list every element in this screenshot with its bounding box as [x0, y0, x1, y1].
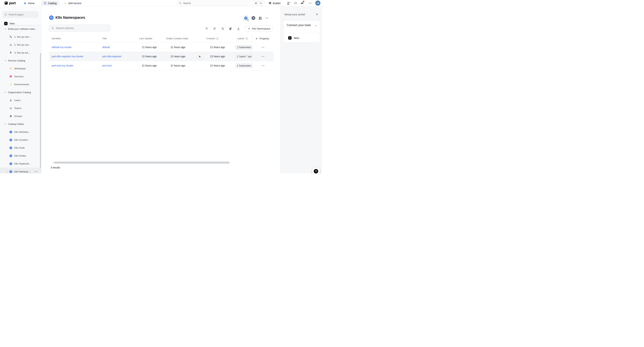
kubernetes-icon [9, 130, 12, 133]
group-by-button[interactable] [213, 27, 216, 30]
home-icon [24, 2, 26, 5]
sidebar-item-set-up-users[interactable]: 2. Set up use… [0, 41, 41, 49]
drag-handle-icon[interactable] [6, 170, 8, 173]
top-navigation-bar: port Home Catalog Self-service Search ⌘ … [0, 0, 322, 6]
sidebar-search-input[interactable]: Search pages [2, 11, 38, 18]
sidebar-item-k8s-clusters[interactable]: K8s Clusters [0, 136, 41, 144]
row-actions-cell [252, 61, 274, 70]
search-columns-input[interactable]: Search columns [49, 25, 110, 32]
results-count: 3 results [50, 166, 60, 169]
sidebar-item-k8s-namespaces[interactable]: K8s Namesp… [0, 168, 41, 174]
column-header-identifier[interactable]: Identifier [52, 35, 61, 43]
nav-tab-catalog[interactable]: Catalog [41, 1, 59, 6]
horizontal-scrollbar[interactable] [54, 162, 230, 164]
entities-table: Identifier Title Last Update Entity Crea… [49, 35, 274, 70]
sidebar-section-catalog-tables[interactable]: Catalog Tables [0, 120, 41, 128]
row-actions-button[interactable] [262, 64, 264, 67]
announcements-button[interactable] [300, 2, 304, 5]
sidebar-item-environments[interactable]: Environments [0, 80, 41, 88]
add-property-button[interactable]: Property [252, 35, 274, 43]
export-button[interactable] [237, 27, 240, 30]
audience-button[interactable] [258, 16, 262, 20]
sidebar-item-k8s-replicasets[interactable]: K8s ReplicaS… [0, 160, 41, 168]
row-actions-button[interactable] [262, 55, 264, 58]
identifier-link[interactable]: port-k8s-exporter-my-cluster [52, 52, 84, 61]
tasks-checklist-button[interactable] [294, 2, 297, 5]
plus-icon [248, 27, 250, 30]
column-header-entity-creation-date[interactable]: Entity Creation Date [166, 35, 188, 43]
sidebar-item-k8s-workloads[interactable]: K8s Workloa… [0, 128, 41, 136]
builder-button[interactable]: Builder [268, 0, 281, 6]
table-row: port-k8s-exporter-my-cluster port-k8s-ex… [49, 52, 274, 61]
people-icon [9, 43, 12, 46]
people-icon [9, 107, 12, 110]
house-icon [9, 115, 12, 118]
labels-pill: { "kubernetes [236, 45, 252, 50]
panel-new-button[interactable]: New [284, 33, 320, 43]
blueprint-k8s-button[interactable] [243, 15, 248, 21]
global-search-input[interactable]: Search ⌘ K [177, 1, 265, 6]
play-button[interactable] [251, 16, 256, 20]
port-logo[interactable]: port [4, 1, 16, 5]
labels-cell: { "kubernetes [236, 61, 252, 70]
identifier-link[interactable]: port-test-my-cluster [52, 61, 74, 70]
column-header-title[interactable]: Title [102, 35, 107, 43]
sidebar-item-set-up-service[interactable]: 1. Set up serv… [0, 33, 41, 41]
gear-icon [268, 2, 272, 5]
user-avatar[interactable]: JA [315, 1, 320, 6]
chevron-down-icon [4, 60, 6, 62]
page-menu-button[interactable] [265, 16, 268, 20]
nav-tab-self-service[interactable]: Self-service [63, 1, 82, 6]
info-icon[interactable] [216, 37, 219, 40]
table-row: default-my-cluster default 21 hours ago … [49, 43, 274, 52]
created-value: 21 hours ago [210, 52, 225, 61]
sidebar-new-button[interactable]: New [4, 22, 14, 25]
question-mark-icon: ? [314, 169, 318, 174]
sidebar-item-groups[interactable]: Groups [0, 112, 41, 120]
search-icon [179, 2, 182, 5]
sidebar-search-placeholder: Search pages [9, 13, 24, 16]
column-header-labels[interactable]: Labels [237, 35, 248, 43]
title-link[interactable]: default [102, 43, 110, 52]
manage-columns-button[interactable] [229, 27, 232, 30]
sidebar-item-services[interactable]: Services [0, 72, 41, 80]
more-options-button[interactable] [308, 2, 312, 5]
search-icon [51, 27, 54, 30]
labels-pill: { "kubernetes [236, 63, 252, 68]
filter-button[interactable] [205, 27, 208, 30]
column-header-created[interactable]: Created [206, 35, 219, 43]
sidebar-section-organization-catalog[interactable]: Organization Catalog [0, 88, 41, 96]
sidebar-item-k8s-nodes[interactable]: K8s Nodes [0, 152, 41, 160]
info-icon[interactable] [246, 37, 248, 40]
labels-pill: { "name": "por [236, 54, 252, 59]
title-link[interactable]: port-k8s-exporter [102, 52, 122, 61]
close-icon[interactable] [316, 13, 318, 16]
connect-your-tools-accordion[interactable]: Connect your tools [284, 21, 320, 33]
add-k8s-namespace-button[interactable]: K8s Namespace [246, 26, 273, 32]
sidebar-item-k8s-pods[interactable]: K8s Pods [0, 144, 41, 152]
setup-portal-panel: Setup your portal Connect your tools New [280, 6, 322, 174]
person-icon [9, 99, 12, 102]
item-menu-button[interactable] [34, 170, 37, 173]
sort-button[interactable] [221, 27, 224, 30]
nav-tab-home[interactable]: Home [23, 1, 35, 6]
identifier-link[interactable]: default-my-cluster [52, 43, 72, 52]
kubernetes-icon [49, 15, 54, 20]
sidebar-item-teams[interactable]: Teams [0, 104, 41, 112]
title-link[interactable]: port-test [102, 61, 112, 70]
plug-icon [9, 51, 12, 54]
sidebar-item-users[interactable]: Users [0, 96, 41, 104]
lightning-icon [64, 2, 67, 5]
created-value: 21 hours ago [210, 61, 225, 70]
chevron-down-icon [4, 123, 6, 125]
sidebar-item-workloads[interactable]: Workloads [0, 65, 41, 72]
sidebar-scrollbar[interactable] [40, 53, 41, 168]
sidebar-item-set-up-automations[interactable]: 3. Set up aut… [0, 49, 41, 57]
sidebar-section-build-your-software-catalog[interactable]: Build your software catal… [0, 25, 41, 33]
sidebar-section-service-catalog[interactable]: Service Catalog [0, 57, 41, 65]
invite-members-button[interactable] [287, 2, 290, 5]
notification-dot [302, 0, 305, 3]
column-header-last-update[interactable]: Last Update [139, 35, 152, 43]
copy-value-button[interactable] [198, 54, 202, 59]
row-actions-button[interactable] [262, 46, 264, 49]
